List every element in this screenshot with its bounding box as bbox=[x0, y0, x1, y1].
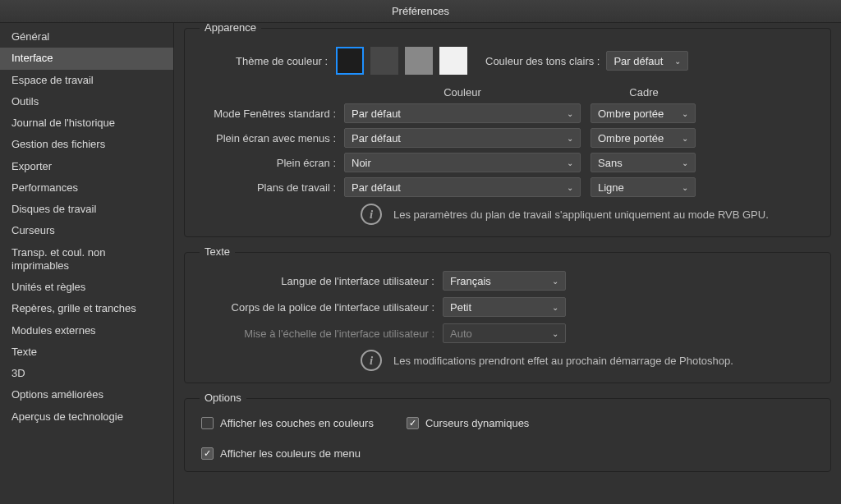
mode-standard-color-select[interactable]: Par défaut⌄ bbox=[344, 103, 581, 123]
chevron-down-icon: ⌄ bbox=[552, 329, 558, 338]
checkbox-icon bbox=[201, 417, 214, 429]
checkbox-show-menu-colors[interactable]: ✓ Afficher les couleurs de menu bbox=[201, 447, 819, 460]
content-area: Apparence Thème de couleur : Couleur des… bbox=[174, 23, 841, 504]
sidebar-item-scratch-disks[interactable]: Disques de travail bbox=[0, 199, 173, 220]
column-header-frame: Cadre bbox=[591, 86, 697, 99]
chevron-down-icon: ⌄ bbox=[567, 134, 573, 143]
artboard-info-text: Les paramètres du plan de travail s'appl… bbox=[393, 208, 769, 221]
sidebar-item-tech-preview[interactable]: Aperçus de technologie bbox=[0, 406, 173, 428]
mode-artboards-color-select[interactable]: Par défaut⌄ bbox=[344, 177, 581, 197]
mode-artboards-label: Plans de travail : bbox=[196, 181, 344, 194]
color-theme-swatch-darkest[interactable] bbox=[336, 47, 364, 75]
sidebar-item-history-log[interactable]: Journal de l'historique bbox=[0, 112, 173, 134]
checkbox-show-channels-colors[interactable]: Afficher les couches en couleurs bbox=[201, 417, 374, 429]
ui-scale-label: Mise à l'échelle de l'interface utilisat… bbox=[196, 328, 443, 340]
appearance-title: Apparence bbox=[200, 23, 261, 34]
chevron-down-icon: ⌄ bbox=[674, 57, 681, 66]
window-titlebar: Préférences bbox=[0, 0, 841, 23]
mode-artboards-frame-select[interactable]: Ligne⌄ bbox=[591, 177, 696, 197]
mode-standard-label: Mode Fenêtres standard : bbox=[196, 108, 344, 120]
mode-fullscreen-color-select[interactable]: Noir⌄ bbox=[344, 153, 581, 172]
restart-info-text: Les modifications prendront effet au pro… bbox=[393, 355, 733, 367]
sidebar-item-performance[interactable]: Performances bbox=[0, 177, 173, 199]
sidebar-item-general[interactable]: Général bbox=[0, 26, 173, 48]
sidebar-item-guides-grid-slices[interactable]: Repères, grille et tranches bbox=[0, 298, 173, 319]
info-icon: i bbox=[361, 350, 382, 371]
color-theme-swatch-lightest[interactable] bbox=[439, 47, 467, 75]
sidebar-item-cursors[interactable]: Curseurs bbox=[0, 220, 173, 241]
ui-scale-select: Auto⌄ bbox=[443, 323, 566, 343]
ui-font-body-label: Corps de la police de l'interface utilis… bbox=[196, 301, 443, 314]
checkbox-dynamic-cursors[interactable]: ✓ Curseurs dynamiques bbox=[407, 417, 529, 429]
mode-fullscreen-frame-select[interactable]: Sans⌄ bbox=[591, 153, 696, 172]
sidebar-item-workspace[interactable]: Espace de travail bbox=[0, 70, 173, 91]
checkbox-label: Afficher les couches en couleurs bbox=[220, 417, 374, 429]
chevron-down-icon: ⌄ bbox=[567, 183, 573, 192]
chevron-down-icon: ⌄ bbox=[682, 183, 688, 192]
ui-font-body-select[interactable]: Petit⌄ bbox=[443, 297, 566, 317]
column-header-color: Couleur bbox=[344, 86, 581, 99]
sidebar-item-file-handling[interactable]: Gestion des fichiers bbox=[0, 134, 173, 155]
chevron-down-icon: ⌄ bbox=[567, 158, 573, 167]
checkbox-label: Afficher les couleurs de menu bbox=[220, 447, 361, 460]
sidebar-item-3d[interactable]: 3D bbox=[0, 363, 173, 384]
window-title: Préférences bbox=[392, 5, 449, 17]
preferences-sidebar: Général Interface Espace de travail Outi… bbox=[0, 23, 174, 504]
sidebar-item-tools[interactable]: Outils bbox=[0, 91, 173, 112]
color-theme-swatches bbox=[336, 47, 467, 75]
mode-fullscreen-menus-color-select[interactable]: Par défaut⌄ bbox=[344, 128, 581, 148]
chevron-down-icon: ⌄ bbox=[682, 134, 688, 143]
checkbox-label: Curseurs dynamiques bbox=[425, 417, 529, 429]
ui-language-select[interactable]: Français⌄ bbox=[443, 271, 566, 291]
checkbox-icon: ✓ bbox=[407, 417, 419, 429]
sidebar-item-transparency-gamut[interactable]: Transp. et coul. non imprimables bbox=[0, 242, 173, 277]
mode-fullscreen-menus-label: Plein écran avec menus : bbox=[196, 132, 344, 144]
color-theme-swatch-dark[interactable] bbox=[370, 47, 398, 75]
mode-fullscreen-menus-frame-select[interactable]: Ombre portée⌄ bbox=[591, 128, 696, 148]
sidebar-item-enhanced-controls[interactable]: Options améliorées bbox=[0, 384, 173, 405]
mode-standard-frame-select[interactable]: Ombre portée⌄ bbox=[591, 103, 696, 123]
checkbox-icon: ✓ bbox=[201, 447, 214, 460]
mode-fullscreen-label: Plein écran : bbox=[196, 157, 344, 169]
highlight-color-label: Couleur des tons clairs : bbox=[485, 55, 600, 67]
appearance-section: Apparence Thème de couleur : Couleur des… bbox=[184, 28, 831, 237]
sidebar-item-interface[interactable]: Interface bbox=[0, 48, 173, 69]
chevron-down-icon: ⌄ bbox=[552, 277, 558, 286]
highlight-color-select[interactable]: Par défaut ⌄ bbox=[606, 51, 688, 71]
chevron-down-icon: ⌄ bbox=[567, 109, 573, 118]
color-theme-label: Thème de couleur : bbox=[196, 55, 336, 67]
ui-language-label: Langue de l'interface utilisateur : bbox=[196, 275, 443, 287]
text-section-title: Texte bbox=[200, 245, 235, 258]
sidebar-item-export[interactable]: Exporter bbox=[0, 156, 173, 177]
options-section-title: Options bbox=[200, 392, 246, 404]
sidebar-item-type[interactable]: Texte bbox=[0, 341, 173, 363]
chevron-down-icon: ⌄ bbox=[682, 158, 688, 167]
color-theme-swatch-light[interactable] bbox=[405, 47, 433, 75]
options-section: Options Afficher les couches en couleurs… bbox=[184, 398, 831, 472]
chevron-down-icon: ⌄ bbox=[552, 303, 558, 312]
sidebar-item-plugins[interactable]: Modules externes bbox=[0, 320, 173, 341]
chevron-down-icon: ⌄ bbox=[682, 109, 688, 118]
text-section: Texte Langue de l'interface utilisateur … bbox=[184, 252, 831, 383]
info-icon: i bbox=[361, 204, 382, 225]
sidebar-item-units-rulers[interactable]: Unités et règles bbox=[0, 277, 173, 298]
